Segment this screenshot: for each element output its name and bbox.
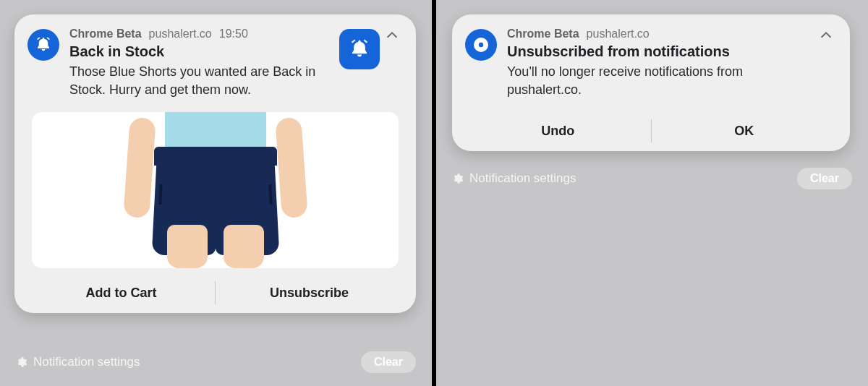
action-row: Undo OK — [465, 111, 837, 151]
ok-button[interactable]: OK — [652, 111, 838, 151]
notification-meta: Chrome Beta pushalert.co 19:50 — [69, 27, 332, 40]
notification-image — [32, 112, 399, 268]
card-header: Chrome Beta pushalert.co Unsubscribed fr… — [465, 27, 837, 99]
panel-left: Chrome Beta pushalert.co 19:50 Back in S… — [0, 0, 434, 386]
bell-icon — [27, 29, 59, 61]
collapse-chevron-icon[interactable] — [818, 27, 837, 46]
gear-icon — [16, 356, 27, 368]
notification-settings-link[interactable]: Notification settings — [16, 355, 140, 369]
gear-icon — [452, 173, 464, 184]
notification-card[interactable]: Chrome Beta pushalert.co 19:50 Back in S… — [14, 14, 416, 313]
notification-card[interactable]: Chrome Beta pushalert.co Unsubscribed fr… — [452, 14, 850, 151]
notification-footer: Notification settings Clear — [452, 168, 852, 189]
notification-body: Those Blue Shorts you wanted are Back in… — [69, 63, 332, 99]
notification-footer: Notification settings Clear — [16, 351, 416, 373]
panel-right: Chrome Beta pushalert.co Unsubscribed fr… — [434, 0, 868, 386]
settings-label: Notification settings — [469, 171, 576, 186]
app-name: Chrome Beta — [69, 27, 142, 40]
card-header: Chrome Beta pushalert.co 19:50 Back in S… — [27, 27, 403, 99]
app-name: Chrome Beta — [507, 27, 579, 40]
thumbnail-bell-icon — [339, 29, 380, 69]
notification-body: You'll no longer receive notifications f… — [507, 63, 814, 99]
undo-button[interactable]: Undo — [465, 111, 651, 151]
clear-button[interactable]: Clear — [361, 351, 416, 373]
unsubscribe-button[interactable]: Unsubscribe — [216, 273, 403, 313]
add-to-cart-button[interactable]: Add to Cart — [27, 273, 215, 313]
action-row: Add to Cart Unsubscribe — [27, 273, 403, 313]
clear-button[interactable]: Clear — [797, 168, 852, 189]
domain-name: pushalert.co — [149, 27, 212, 40]
timestamp: 19:50 — [219, 27, 248, 40]
notification-title: Back in Stock — [69, 43, 332, 60]
notification-title: Unsubscribed from notifications — [507, 43, 814, 60]
notification-meta: Chrome Beta pushalert.co — [507, 27, 814, 40]
domain-name: pushalert.co — [587, 27, 650, 40]
chrome-icon — [465, 29, 497, 61]
notification-settings-link[interactable]: Notification settings — [452, 171, 576, 186]
collapse-chevron-icon[interactable] — [384, 27, 403, 46]
settings-label: Notification settings — [33, 355, 140, 369]
